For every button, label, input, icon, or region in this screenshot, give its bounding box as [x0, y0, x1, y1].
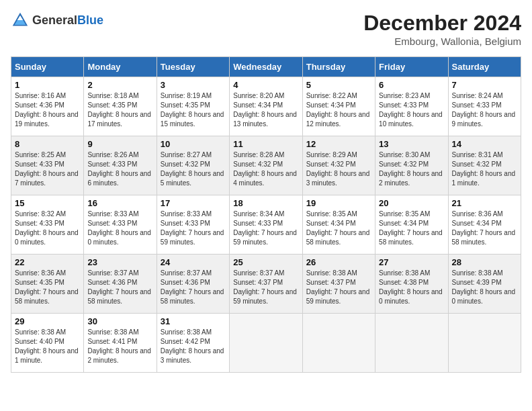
- calendar-cell: 13 Sunrise: 8:30 AM Sunset: 4:32 PM Dayl…: [375, 136, 448, 195]
- day-number: 23: [87, 257, 152, 267]
- day-detail: Sunrise: 8:16 AM Sunset: 4:36 PM Dayligh…: [15, 91, 80, 129]
- day-number: 19: [306, 198, 371, 208]
- day-detail: Sunrise: 8:38 AM Sunset: 4:40 PM Dayligh…: [15, 328, 80, 365]
- calendar-cell: 7 Sunrise: 8:24 AM Sunset: 4:33 PM Dayli…: [448, 77, 521, 136]
- day-detail: Sunrise: 8:18 AM Sunset: 4:35 PM Dayligh…: [87, 91, 152, 129]
- day-number: 16: [87, 198, 152, 208]
- calendar-week-row: 8 Sunrise: 8:25 AM Sunset: 4:33 PM Dayli…: [11, 136, 521, 195]
- calendar-cell: 14 Sunrise: 8:31 AM Sunset: 4:32 PM Dayl…: [448, 136, 521, 195]
- col-header-tuesday: Tuesday: [157, 57, 229, 77]
- day-detail: Sunrise: 8:36 AM Sunset: 4:35 PM Dayligh…: [15, 269, 80, 306]
- calendar-cell: 29 Sunrise: 8:38 AM Sunset: 4:40 PM Dayl…: [11, 314, 84, 373]
- day-detail: Sunrise: 8:33 AM Sunset: 4:33 PM Dayligh…: [87, 210, 152, 247]
- day-detail: Sunrise: 8:34 AM Sunset: 4:33 PM Dayligh…: [233, 210, 298, 247]
- calendar-week-row: 1 Sunrise: 8:16 AM Sunset: 4:36 PM Dayli…: [11, 77, 521, 136]
- day-detail: Sunrise: 8:20 AM Sunset: 4:34 PM Dayligh…: [233, 91, 298, 129]
- calendar-cell: 11 Sunrise: 8:28 AM Sunset: 4:32 PM Dayl…: [230, 136, 302, 195]
- calendar-cell: 31 Sunrise: 8:38 AM Sunset: 4:42 PM Dayl…: [157, 314, 229, 373]
- day-detail: Sunrise: 8:38 AM Sunset: 4:39 PM Dayligh…: [452, 269, 517, 306]
- day-detail: Sunrise: 8:25 AM Sunset: 4:33 PM Dayligh…: [15, 150, 80, 188]
- calendar-cell: [375, 314, 448, 373]
- day-detail: Sunrise: 8:38 AM Sunset: 4:41 PM Dayligh…: [87, 328, 152, 365]
- day-detail: Sunrise: 8:38 AM Sunset: 4:38 PM Dayligh…: [379, 269, 444, 306]
- calendar-cell: 15 Sunrise: 8:32 AM Sunset: 4:33 PM Dayl…: [11, 195, 84, 255]
- day-number: 9: [87, 139, 152, 149]
- calendar-cell: 1 Sunrise: 8:16 AM Sunset: 4:36 PM Dayli…: [11, 77, 84, 136]
- calendar-cell: 22 Sunrise: 8:36 AM Sunset: 4:35 PM Dayl…: [11, 255, 84, 314]
- calendar-cell: 21 Sunrise: 8:36 AM Sunset: 4:34 PM Dayl…: [448, 195, 521, 255]
- day-detail: Sunrise: 8:32 AM Sunset: 4:33 PM Dayligh…: [15, 210, 80, 247]
- calendar-cell: 30 Sunrise: 8:38 AM Sunset: 4:41 PM Dayl…: [84, 314, 157, 373]
- day-number: 11: [233, 139, 298, 149]
- day-number: 30: [87, 316, 152, 326]
- logo-blue-text: Blue: [77, 13, 103, 27]
- month-year-title: December 2024: [363, 11, 521, 36]
- calendar-cell: 8 Sunrise: 8:25 AM Sunset: 4:33 PM Dayli…: [11, 136, 84, 195]
- calendar-cell: 3 Sunrise: 8:19 AM Sunset: 4:35 PM Dayli…: [157, 77, 229, 136]
- logo: GeneralBlue: [11, 11, 103, 30]
- col-header-monday: Monday: [84, 57, 157, 77]
- day-detail: Sunrise: 8:30 AM Sunset: 4:32 PM Dayligh…: [379, 150, 444, 188]
- day-detail: Sunrise: 8:37 AM Sunset: 4:37 PM Dayligh…: [233, 269, 298, 306]
- day-number: 3: [161, 80, 226, 90]
- calendar-cell: 12 Sunrise: 8:29 AM Sunset: 4:32 PM Dayl…: [302, 136, 375, 195]
- calendar-week-row: 22 Sunrise: 8:36 AM Sunset: 4:35 PM Dayl…: [11, 255, 521, 314]
- col-header-wednesday: Wednesday: [230, 57, 302, 77]
- day-number: 7: [452, 80, 517, 90]
- calendar-table: SundayMondayTuesdayWednesdayThursdayFrid…: [11, 56, 521, 373]
- calendar-cell: 6 Sunrise: 8:23 AM Sunset: 4:33 PM Dayli…: [375, 77, 448, 136]
- logo-icon: [11, 11, 30, 30]
- calendar-cell: 24 Sunrise: 8:37 AM Sunset: 4:36 PM Dayl…: [157, 255, 229, 314]
- day-number: 29: [15, 316, 80, 326]
- day-detail: Sunrise: 8:35 AM Sunset: 4:34 PM Dayligh…: [379, 210, 444, 247]
- day-detail: Sunrise: 8:28 AM Sunset: 4:32 PM Dayligh…: [233, 150, 298, 188]
- day-detail: Sunrise: 8:38 AM Sunset: 4:37 PM Dayligh…: [306, 269, 371, 306]
- day-detail: Sunrise: 8:27 AM Sunset: 4:32 PM Dayligh…: [161, 150, 226, 188]
- col-header-thursday: Thursday: [302, 57, 375, 77]
- day-number: 13: [379, 139, 444, 149]
- day-number: 12: [306, 139, 371, 149]
- calendar-week-row: 15 Sunrise: 8:32 AM Sunset: 4:33 PM Dayl…: [11, 195, 521, 255]
- title-block: December 2024 Embourg, Wallonia, Belgium: [363, 11, 521, 47]
- day-number: 2: [87, 80, 152, 90]
- day-number: 6: [379, 80, 444, 90]
- day-detail: Sunrise: 8:26 AM Sunset: 4:33 PM Dayligh…: [87, 150, 152, 188]
- day-detail: Sunrise: 8:19 AM Sunset: 4:35 PM Dayligh…: [161, 91, 226, 129]
- calendar-cell: 9 Sunrise: 8:26 AM Sunset: 4:33 PM Dayli…: [84, 136, 157, 195]
- calendar-cell: 10 Sunrise: 8:27 AM Sunset: 4:32 PM Dayl…: [157, 136, 229, 195]
- calendar-cell: 2 Sunrise: 8:18 AM Sunset: 4:35 PM Dayli…: [84, 77, 157, 136]
- calendar-cell: 28 Sunrise: 8:38 AM Sunset: 4:39 PM Dayl…: [448, 255, 521, 314]
- day-number: 1: [15, 80, 80, 90]
- calendar-header-row: SundayMondayTuesdayWednesdayThursdayFrid…: [11, 57, 521, 77]
- day-detail: Sunrise: 8:33 AM Sunset: 4:33 PM Dayligh…: [161, 210, 226, 247]
- calendar-cell: 16 Sunrise: 8:33 AM Sunset: 4:33 PM Dayl…: [84, 195, 157, 255]
- day-number: 4: [233, 80, 298, 90]
- calendar-week-row: 29 Sunrise: 8:38 AM Sunset: 4:40 PM Dayl…: [11, 314, 521, 373]
- day-number: 18: [233, 198, 298, 208]
- col-header-saturday: Saturday: [448, 57, 521, 77]
- page-header: GeneralBlue December 2024 Embourg, Wallo…: [11, 11, 521, 47]
- day-number: 22: [15, 257, 80, 267]
- day-number: 15: [15, 198, 80, 208]
- day-number: 31: [161, 316, 226, 326]
- calendar-cell: 26 Sunrise: 8:38 AM Sunset: 4:37 PM Dayl…: [302, 255, 375, 314]
- calendar-cell: 5 Sunrise: 8:22 AM Sunset: 4:34 PM Dayli…: [302, 77, 375, 136]
- calendar-cell: 27 Sunrise: 8:38 AM Sunset: 4:38 PM Dayl…: [375, 255, 448, 314]
- day-detail: Sunrise: 8:36 AM Sunset: 4:34 PM Dayligh…: [452, 210, 517, 247]
- day-detail: Sunrise: 8:29 AM Sunset: 4:32 PM Dayligh…: [306, 150, 371, 188]
- calendar-cell: 17 Sunrise: 8:33 AM Sunset: 4:33 PM Dayl…: [157, 195, 229, 255]
- calendar-cell: [230, 314, 302, 373]
- day-number: 24: [161, 257, 226, 267]
- location-subtitle: Embourg, Wallonia, Belgium: [363, 36, 521, 47]
- calendar-cell: 23 Sunrise: 8:37 AM Sunset: 4:36 PM Dayl…: [84, 255, 157, 314]
- day-number: 10: [161, 139, 226, 149]
- day-detail: Sunrise: 8:22 AM Sunset: 4:34 PM Dayligh…: [306, 91, 371, 129]
- day-detail: Sunrise: 8:23 AM Sunset: 4:33 PM Dayligh…: [379, 91, 444, 129]
- day-number: 17: [161, 198, 226, 208]
- calendar-cell: 20 Sunrise: 8:35 AM Sunset: 4:34 PM Dayl…: [375, 195, 448, 255]
- calendar-cell: 18 Sunrise: 8:34 AM Sunset: 4:33 PM Dayl…: [230, 195, 302, 255]
- day-number: 14: [452, 139, 517, 149]
- day-detail: Sunrise: 8:31 AM Sunset: 4:32 PM Dayligh…: [452, 150, 517, 188]
- calendar-cell: 19 Sunrise: 8:35 AM Sunset: 4:34 PM Dayl…: [302, 195, 375, 255]
- day-detail: Sunrise: 8:35 AM Sunset: 4:34 PM Dayligh…: [306, 210, 371, 247]
